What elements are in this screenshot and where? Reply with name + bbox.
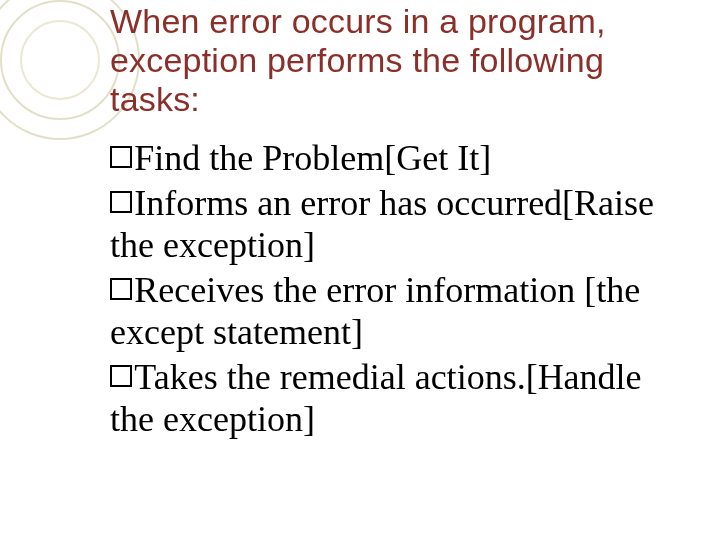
slide-title: When error occurs in a program, exceptio… <box>110 0 680 137</box>
bullet-icon <box>110 365 132 387</box>
bullet-icon <box>110 191 132 213</box>
slide: When error occurs in a program, exceptio… <box>0 0 720 540</box>
list-item-text: Find the Problem[Get It] <box>134 138 491 178</box>
list-item: Find the Problem[Get It] <box>110 137 680 179</box>
list-item: Takes the remedial actions.[Handle the e… <box>110 356 680 441</box>
list-item: Informs an error has occurred[Raise the … <box>110 182 680 267</box>
bullet-icon <box>110 278 132 300</box>
list-item: Receives the error information [the exce… <box>110 269 680 354</box>
list-item-text: Receives the error information [the exce… <box>110 270 640 352</box>
slide-body: Find the Problem[Get It] Informs an erro… <box>110 137 680 440</box>
list-item-text: Informs an error has occurred[Raise the … <box>110 183 654 265</box>
list-item-text: Takes the remedial actions.[Handle the e… <box>110 357 642 439</box>
bullet-icon <box>110 146 132 168</box>
